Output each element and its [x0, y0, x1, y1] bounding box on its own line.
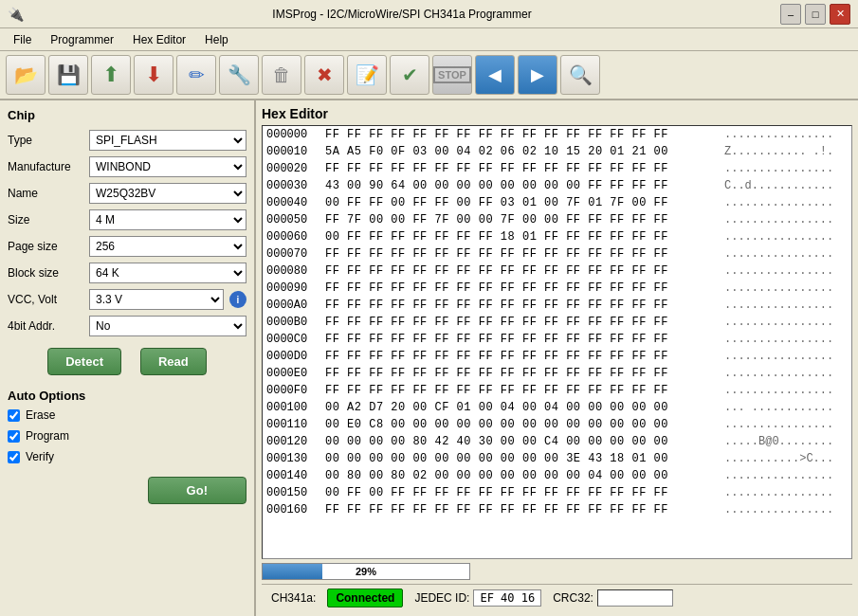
verify-icon: ✔ — [402, 63, 418, 86]
hex-addr: 0000D0 — [266, 350, 319, 363]
go-button[interactable]: Go! — [148, 477, 246, 504]
block-size-label: Block size — [8, 266, 83, 280]
hex-row: 0000C0FF FF FF FF FF FF FF FF FF FF FF F… — [263, 331, 851, 348]
type-label: Type — [8, 134, 83, 147]
toolbar: 📂 💾 ⬆ ⬇ ✏ 🔧 🗑 ✖ 📝 ✔ STOP ◀ ▶ 🔍 — [0, 51, 858, 100]
hex-addr: 0000E0 — [266, 367, 319, 380]
page-size-row: Page size 256 — [8, 236, 246, 257]
detect-button[interactable]: Detect — [47, 348, 121, 375]
page-size-select[interactable]: 256 — [89, 236, 246, 257]
menu-bar: File Programmer Hex Editor Help — [0, 28, 858, 51]
menu-help[interactable]: Help — [195, 31, 238, 48]
hex-ascii: ................ — [724, 247, 848, 261]
open-icon: 📂 — [14, 63, 38, 86]
verify-checkbox[interactable] — [8, 451, 20, 463]
erase-checkbox[interactable] — [8, 409, 20, 422]
hex-addr: 000100 — [266, 401, 319, 414]
hex-bytes: 00 00 00 00 00 00 00 00 00 00 00 3E 43 1… — [325, 452, 719, 465]
hex-ascii: ................ — [724, 264, 848, 278]
hex-addr: 000140 — [266, 469, 319, 482]
hex-addr: 000080 — [266, 264, 319, 278]
hex-bytes: FF FF FF FF FF FF FF FF FF FF FF FF FF F… — [325, 299, 719, 312]
hex-ascii: ................ — [724, 333, 848, 346]
hex-row: 000080FF FF FF FF FF FF FF FF FF FF FF F… — [263, 263, 851, 280]
hex-ascii: ................ — [724, 367, 848, 380]
manufacture-label: Manufacture — [8, 160, 83, 173]
close-button[interactable]: ✕ — [830, 4, 850, 25]
write-chip-button[interactable]: ⬇ — [134, 55, 173, 95]
hex-bytes: 5A A5 F0 0F 03 00 04 02 06 02 10 15 20 0… — [325, 145, 719, 158]
maximize-button[interactable]: □ — [805, 4, 826, 25]
program-button[interactable]: 📝 — [347, 55, 387, 95]
hex-ascii: ... ............ — [724, 401, 848, 414]
erase-button[interactable]: 🗑 — [262, 55, 301, 95]
hex-addr: 000130 — [266, 452, 319, 465]
hex-ascii: ................ — [724, 299, 848, 312]
abort-button[interactable]: ✖ — [304, 55, 344, 95]
hex-bytes: FF FF FF FF FF FF FF FF FF FF FF FF FF F… — [325, 350, 719, 363]
read-chip-icon: ⬆ — [102, 63, 119, 87]
hex-addr: 000030 — [266, 179, 319, 192]
type-select[interactable]: SPI_FLASH — [89, 130, 246, 151]
chip-section-title: Chip — [8, 108, 246, 122]
hex-row: 00003043 00 90 64 00 00 00 00 00 00 00 0… — [263, 177, 851, 194]
verify-button[interactable]: ✔ — [390, 55, 429, 95]
hex-addr: 000060 — [266, 230, 319, 244]
hex-ascii: ................ — [724, 196, 848, 209]
hex-row: 0000A0FF FF FF FF FF FF FF FF FF FF FF F… — [263, 297, 851, 314]
forward-button[interactable]: ▶ — [518, 55, 557, 95]
vcc-label: VCC, Volt — [8, 293, 83, 306]
forward-icon: ▶ — [531, 64, 544, 85]
progress-label: 29% — [263, 564, 469, 579]
block-size-row: Block size 64 K — [8, 263, 246, 283]
vcc-select[interactable]: 3.3 V — [89, 289, 224, 310]
hex-bytes: FF FF FF FF FF FF FF FF FF FF FF FF FF F… — [325, 367, 719, 380]
back-button[interactable]: ◀ — [475, 55, 515, 95]
hex-ascii: ................ — [724, 213, 848, 226]
read-chip-button[interactable]: ⬆ — [91, 55, 131, 95]
hex-ascii: ................ — [724, 128, 848, 141]
edit-button[interactable]: ✏ — [176, 55, 216, 95]
vcc-info-button[interactable]: i — [229, 291, 246, 308]
menu-programmer[interactable]: Programmer — [41, 31, 123, 48]
find-button[interactable]: 🔍 — [560, 55, 600, 95]
hex-ascii: ................ — [724, 503, 848, 516]
read-button[interactable]: Read — [140, 348, 207, 375]
hex-bytes: FF FF FF FF FF FF FF FF FF FF FF FF FF F… — [325, 247, 719, 261]
hex-addr: 000090 — [266, 281, 319, 295]
save-button[interactable]: 💾 — [48, 55, 88, 95]
hex-addr: 000120 — [266, 435, 319, 448]
fourbit-select[interactable]: No — [89, 316, 246, 336]
title-bar-controls: – □ ✕ — [780, 4, 850, 25]
minimize-button[interactable]: – — [780, 4, 801, 25]
name-label: Name — [8, 187, 83, 200]
hex-addr: 000070 — [266, 247, 319, 261]
hex-row: 00010000 A2 D7 20 00 CF 01 00 04 00 04 0… — [263, 399, 851, 416]
manufacture-select[interactable]: WINBOND — [89, 156, 246, 177]
hex-addr: 000000 — [266, 128, 319, 141]
crc32-input[interactable] — [597, 589, 673, 607]
menu-file[interactable]: File — [4, 31, 41, 48]
hex-row: 00013000 00 00 00 00 00 00 00 00 00 00 3… — [263, 450, 851, 467]
jedec-label: JEDEC ID: — [414, 591, 469, 605]
menu-hex-editor[interactable]: Hex Editor — [123, 31, 195, 48]
back-icon: ◀ — [488, 64, 502, 85]
hex-row: 000160FF FF FF FF FF FF FF FF FF FF FF F… — [263, 501, 851, 518]
chip-detect-button[interactable]: 🔧 — [219, 55, 259, 95]
block-size-select[interactable]: 64 K — [89, 263, 246, 283]
fourbit-row: 4bit Addr. No — [8, 316, 246, 336]
program-checkbox[interactable] — [8, 430, 20, 443]
hex-editor[interactable]: 000000FF FF FF FF FF FF FF FF FF FF FF F… — [262, 125, 852, 559]
hex-ascii: .....B@0........ — [724, 435, 848, 448]
manufacture-row: Manufacture WINBOND — [8, 156, 246, 177]
open-button[interactable]: 📂 — [6, 55, 46, 95]
name-select[interactable]: W25Q32BV — [89, 183, 246, 204]
hex-row: 00011000 E0 C8 00 00 00 00 00 00 00 00 0… — [263, 416, 851, 433]
name-row: Name W25Q32BV — [8, 183, 246, 204]
hex-bytes: 00 FF 00 FF FF FF FF FF FF FF FF FF FF F… — [325, 486, 719, 499]
hex-addr: 0000B0 — [266, 316, 319, 329]
hex-addr: 000150 — [266, 486, 319, 499]
stop-button[interactable]: STOP — [432, 55, 472, 95]
size-select[interactable]: 4 M — [89, 209, 246, 230]
hex-ascii: ................ — [724, 384, 848, 397]
